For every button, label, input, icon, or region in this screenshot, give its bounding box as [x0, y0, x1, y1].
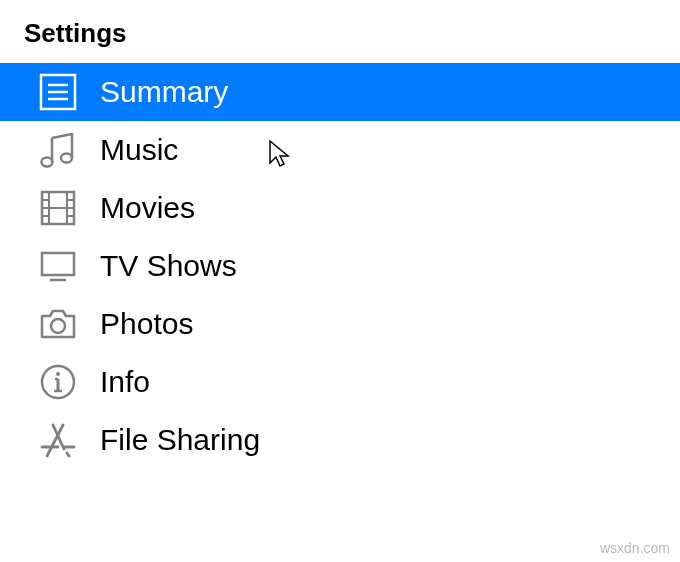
svg-point-20	[56, 372, 60, 376]
settings-header: Settings	[0, 0, 680, 63]
svg-point-5	[61, 154, 72, 163]
appstore-icon	[38, 420, 78, 460]
sidebar-item-photos[interactable]: Photos	[0, 295, 680, 353]
tv-icon	[38, 246, 78, 286]
sidebar-item-label: Music	[100, 133, 178, 167]
svg-rect-16	[42, 253, 74, 275]
sidebar-item-label: Photos	[100, 307, 193, 341]
sidebar-item-info[interactable]: Info	[0, 353, 680, 411]
movies-icon	[38, 188, 78, 228]
info-icon	[38, 362, 78, 402]
camera-icon	[38, 304, 78, 344]
svg-line-28	[67, 453, 69, 456]
settings-sidebar: Summary Music	[0, 63, 680, 469]
svg-point-18	[51, 319, 65, 333]
summary-icon	[38, 72, 78, 112]
sidebar-item-summary[interactable]: Summary	[0, 63, 680, 121]
sidebar-item-label: Movies	[100, 191, 195, 225]
watermark: wsxdn.com	[600, 540, 670, 556]
sidebar-item-label: Summary	[100, 75, 228, 109]
sidebar-item-filesharing[interactable]: File Sharing	[0, 411, 680, 469]
sidebar-item-movies[interactable]: Movies	[0, 179, 680, 237]
sidebar-item-label: TV Shows	[100, 249, 237, 283]
sidebar-item-label: File Sharing	[100, 423, 260, 457]
sidebar-item-music[interactable]: Music	[0, 121, 680, 179]
music-icon	[38, 130, 78, 170]
sidebar-item-label: Info	[100, 365, 150, 399]
sidebar-item-tvshows[interactable]: TV Shows	[0, 237, 680, 295]
